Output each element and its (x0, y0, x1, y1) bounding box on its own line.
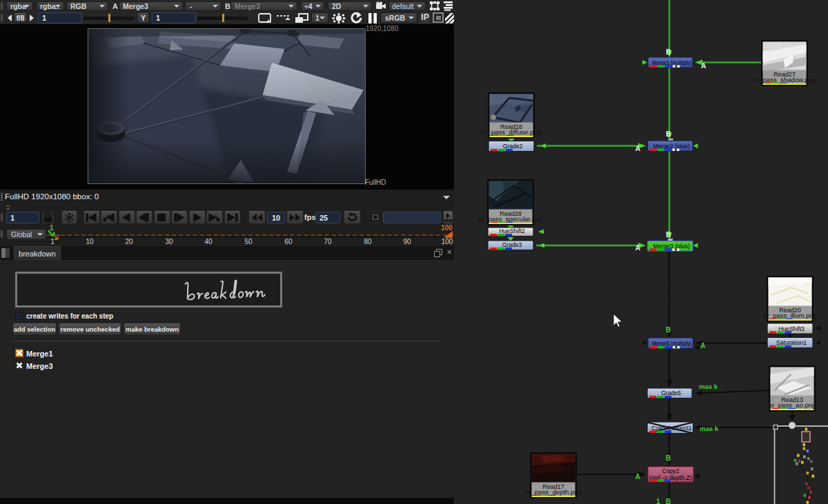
svg-text:Merge1 (multiply): Merge1 (multiply) (652, 59, 691, 66)
svg-text:Merge2 (plus): Merge2 (plus) (653, 143, 690, 150)
svg-text:mas k: mas k (699, 383, 718, 390)
svg-text:Saturation1: Saturation1 (776, 339, 807, 346)
svg-text:A: A (635, 145, 640, 152)
svg-text:A: A (635, 473, 640, 481)
svg-text:HueShift3: HueShift3 (778, 325, 805, 332)
svg-text:Merge5 (multiply): Merge5 (multiply) (652, 340, 692, 347)
svg-text:A: A (700, 342, 705, 350)
svg-text:Grade3: Grade3 (502, 241, 522, 248)
svg-text:Copy2: Copy2 (662, 467, 680, 474)
svg-text:B: B (666, 48, 671, 56)
svg-text:A: A (701, 62, 706, 70)
svg-text:br_pass_diffuse.png: br_pass_diffuse.png (482, 128, 541, 136)
svg-text:Grade5: Grade5 (661, 390, 681, 396)
svg-text:B: B (666, 326, 671, 334)
svg-text:HueShift2: HueShift2 (499, 228, 525, 234)
svg-text:mas k: mas k (700, 425, 719, 432)
svg-text:B: B (666, 231, 671, 239)
svg-text:B: B (666, 498, 671, 504)
svg-text:br_pass_depth.png: br_pass_depth.png (525, 488, 582, 496)
svg-text:br_pass_ao.png: br_pass_ao.png (769, 401, 816, 409)
svg-text:A: A (635, 244, 640, 252)
svg-text:B: B (666, 130, 671, 138)
svg-text:Grade2: Grade2 (503, 143, 523, 150)
svg-text:Merge3 (plus): Merge3 (plus) (653, 243, 690, 250)
svg-text:1: 1 (656, 498, 660, 504)
svg-text:br_pass_shadow.png: br_pass_shadow.png (753, 76, 816, 83)
svg-text:br_pass_illum.png: br_pass_illum.png (763, 312, 817, 319)
svg-text:B: B (666, 454, 671, 462)
